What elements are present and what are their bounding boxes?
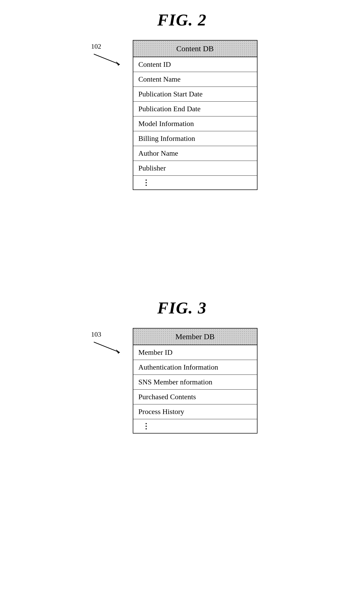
member-db-header: Member DB — [133, 329, 257, 345]
fig2-section: FIG. 2 102 Content DB Content ID Content… — [0, 10, 364, 190]
member-db-ellipsis: ⋮ — [133, 419, 257, 433]
fig2-title: FIG. 2 — [157, 10, 207, 30]
member-db-row-member-id: Member ID — [133, 345, 257, 360]
member-db-row-sns-info: SNS Member nformation — [133, 375, 257, 390]
page: FIG. 2 102 Content DB Content ID Content… — [0, 0, 364, 597]
svg-marker-3 — [116, 349, 120, 354]
content-db-row-author-name: Author Name — [133, 146, 257, 161]
content-db-row-billing-info: Billing Information — [133, 131, 257, 146]
fig3-arrow — [91, 339, 125, 355]
content-db-row-content-id: Content ID — [133, 57, 257, 72]
content-db-row-publisher: Publisher — [133, 161, 257, 176]
svg-line-0 — [94, 54, 120, 64]
fig3-ref-number: 103 — [91, 331, 101, 338]
fig2-ref-number: 102 — [91, 43, 101, 50]
fig2-diagram: 102 Content DB Content ID Content Name P… — [91, 40, 273, 190]
member-db-row-process-history: Process History — [133, 404, 257, 419]
fig3-section: FIG. 3 103 Member DB Member ID Authentic… — [0, 298, 364, 434]
content-db-header: Content DB — [133, 41, 257, 57]
content-db-row-pub-end: Publication End Date — [133, 102, 257, 116]
member-db-table: Member DB Member ID Authentication Infor… — [133, 328, 257, 434]
fig3-ref-label-group: 103 — [91, 331, 125, 355]
content-db-ellipsis: ⋮ — [133, 176, 257, 189]
content-db-row-pub-start: Publication Start Date — [133, 87, 257, 102]
content-db-row-content-name: Content Name — [133, 72, 257, 87]
fig3-diagram: 103 Member DB Member ID Authentication I… — [91, 328, 273, 434]
fig2-ref-label-group: 102 — [91, 43, 125, 67]
member-db-row-purchased-contents: Purchased Contents — [133, 390, 257, 404]
content-db-row-model-info: Model Information — [133, 116, 257, 131]
member-db-row-auth-info: Authentication Information — [133, 360, 257, 375]
svg-line-2 — [94, 342, 120, 352]
content-db-table: Content DB Content ID Content Name Publi… — [133, 40, 257, 190]
fig3-title: FIG. 3 — [157, 298, 207, 318]
fig2-arrow — [91, 51, 125, 67]
svg-marker-1 — [116, 61, 120, 66]
